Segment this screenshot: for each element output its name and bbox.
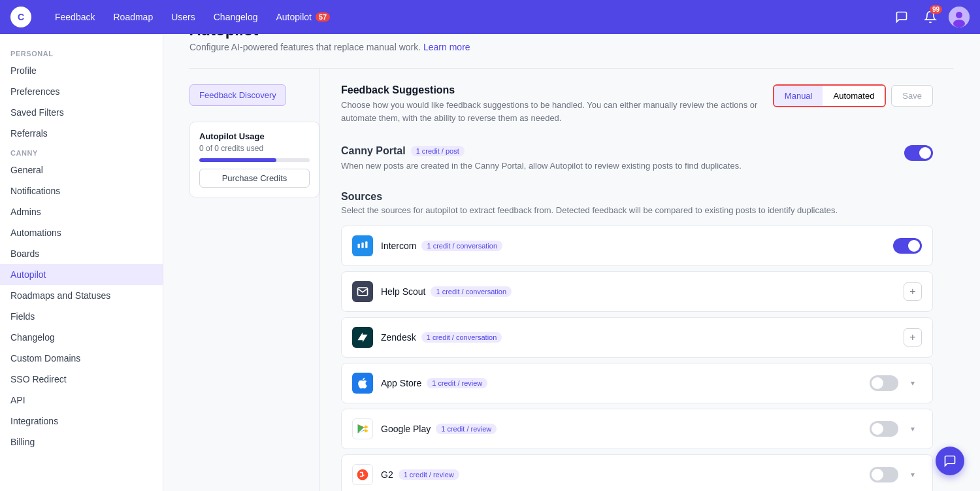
sidebar-item-general[interactable]: General [0, 160, 163, 180]
googleplay-expand-button[interactable]: ▾ [904, 420, 922, 438]
helpscout-credit: 1 credit / conversation [431, 286, 512, 297]
svg-rect-3 [358, 243, 360, 248]
intercom-credit: 1 credit / conversation [421, 241, 502, 251]
svg-point-2 [953, 20, 965, 27]
zendesk-info: Zendesk 1 credit / conversation [381, 332, 904, 343]
googleplay-icon [352, 418, 373, 439]
save-button[interactable]: Save [891, 85, 933, 107]
manual-button[interactable]: Manual [774, 86, 823, 106]
sidebar-item-changelog[interactable]: Changelog [0, 327, 163, 348]
notification-badge: 99 [930, 5, 942, 14]
usage-card: Autopilot Usage 0 of 0 credits used Purc… [189, 122, 319, 197]
sidebar-item-autopilot[interactable]: Autopilot [0, 264, 163, 285]
portal-title: Canny Portal 1 credit / post [341, 145, 742, 157]
googleplay-actions: ▾ [870, 420, 922, 438]
user-avatar[interactable] [949, 7, 970, 27]
sidebar-item-api[interactable]: API [0, 390, 163, 411]
portal-info: Canny Portal 1 credit / post When new po… [341, 145, 742, 173]
nav-users[interactable]: Users [163, 8, 203, 26]
source-appstore: App Store 1 credit / review ▾ [341, 363, 933, 403]
nav-feedback[interactable]: Feedback [47, 8, 103, 26]
chat-bubble-button[interactable] [936, 447, 964, 475]
nav-changelog[interactable]: Changelog [206, 8, 266, 26]
mode-buttons: Manual Automated [773, 84, 887, 107]
googleplay-toggle[interactable] [870, 421, 898, 437]
svg-rect-4 [361, 243, 363, 248]
g2-expand-button[interactable]: ▾ [904, 466, 922, 484]
sidebar-item-profile[interactable]: Profile [0, 60, 163, 81]
helpscout-add-button[interactable]: + [904, 282, 922, 301]
personal-section-label: PERSONAL [0, 44, 163, 60]
canny-portal-section: Canny Portal 1 credit / post When new po… [341, 145, 933, 173]
purchase-credits-button[interactable]: Purchase Credits [199, 169, 310, 188]
nav-actions: 99 [891, 7, 970, 27]
sidebar-item-roadmaps[interactable]: Roadmaps and Statuses [0, 285, 163, 306]
helpscout-icon [352, 281, 373, 302]
sources-section: Sources Select the sources for autopilot… [341, 191, 933, 492]
autopilot-badge: 57 [316, 12, 330, 22]
appstore-expand-button[interactable]: ▾ [904, 374, 922, 392]
appstore-actions: ▾ [870, 374, 922, 392]
feedback-suggestions-desc: Choose how you would like feedback sugge… [341, 99, 762, 124]
googleplay-name: Google Play [381, 424, 431, 434]
intercom-name: Intercom [381, 241, 416, 251]
sidebar-item-fields[interactable]: Fields [0, 306, 163, 327]
intercom-toggle[interactable] [893, 238, 922, 254]
sidebar-item-notifications[interactable]: Notifications [0, 180, 163, 201]
sidebar-item-boards[interactable]: Boards [0, 243, 163, 264]
helpscout-info: Help Scout 1 credit / conversation [381, 286, 904, 297]
appstore-credit: 1 credit / review [427, 378, 487, 388]
zendesk-credit: 1 credit / conversation [421, 332, 502, 343]
portal-row: Canny Portal 1 credit / post When new po… [341, 145, 933, 173]
usage-title: Autopilot Usage [199, 131, 310, 141]
sidebar-item-saved-filters[interactable]: Saved Filters [0, 102, 163, 123]
source-intercom: Intercom 1 credit / conversation [341, 226, 933, 266]
feedback-suggestions-title: Feedback Suggestions [341, 84, 762, 96]
learn-more-link[interactable]: Learn more [423, 42, 470, 52]
svg-rect-5 [365, 241, 367, 248]
feedback-discovery-tab[interactable]: Feedback Discovery [189, 84, 286, 106]
sidebar: PERSONAL Profile Preferences Saved Filte… [0, 34, 163, 491]
message-button[interactable] [891, 7, 912, 27]
usage-count: 0 of 0 credits used [199, 144, 310, 153]
usage-bar-fill [199, 158, 276, 162]
appstore-toggle[interactable] [870, 375, 898, 391]
source-g2: G2 1 credit / review ▾ [341, 454, 933, 492]
sidebar-item-automations[interactable]: Automations [0, 222, 163, 243]
sidebar-item-sso[interactable]: SSO Redirect [0, 369, 163, 390]
sidebar-item-admins[interactable]: Admins [0, 201, 163, 222]
sidebar-item-referrals[interactable]: Referrals [0, 123, 163, 144]
zendesk-add-button[interactable]: + [904, 328, 922, 347]
automated-button[interactable]: Automated [823, 86, 885, 106]
source-googleplay: Google Play 1 credit / review ▾ [341, 409, 933, 449]
sidebar-item-billing[interactable]: Billing [0, 432, 163, 452]
sidebar-item-integrations[interactable]: Integrations [0, 411, 163, 432]
nav-roadmap[interactable]: Roadmap [105, 8, 161, 26]
g2-credit: 1 credit / review [399, 469, 459, 480]
top-nav: C Feedback Roadmap Users Changelog Autop… [0, 0, 980, 34]
nav-links: Feedback Roadmap Users Changelog Autopil… [47, 8, 891, 26]
sidebar-item-custom-domains[interactable]: Custom Domains [0, 348, 163, 369]
intercom-icon [352, 235, 373, 256]
content-body: Feedback Discovery Autopilot Usage 0 of … [189, 69, 954, 491]
feedback-suggestions-row: Feedback Suggestions Choose how you woul… [341, 84, 933, 124]
portal-credit-badge: 1 credit / post [411, 146, 465, 156]
appstore-icon [352, 373, 373, 394]
appstore-info: App Store 1 credit / review [381, 378, 870, 388]
feedback-suggestions-section: Feedback Suggestions Choose how you woul… [341, 84, 933, 124]
notification-button[interactable]: 99 [920, 7, 941, 27]
source-helpscout: Help Scout 1 credit / conversation + [341, 271, 933, 312]
intercom-info: Intercom 1 credit / conversation [381, 241, 893, 251]
g2-toggle[interactable] [870, 467, 898, 483]
nav-autopilot[interactable]: Autopilot 57 [268, 8, 338, 26]
canny-portal-toggle[interactable] [904, 145, 933, 161]
g2-actions: ▾ [870, 466, 922, 484]
intercom-actions [893, 238, 922, 254]
logo[interactable]: C [10, 7, 31, 27]
g2-name: G2 [381, 469, 393, 480]
helpscout-actions: + [904, 282, 922, 301]
usage-bar [199, 158, 310, 162]
sidebar-item-preferences[interactable]: Preferences [0, 81, 163, 102]
zendesk-actions: + [904, 328, 922, 347]
sources-title: Sources [341, 191, 933, 203]
